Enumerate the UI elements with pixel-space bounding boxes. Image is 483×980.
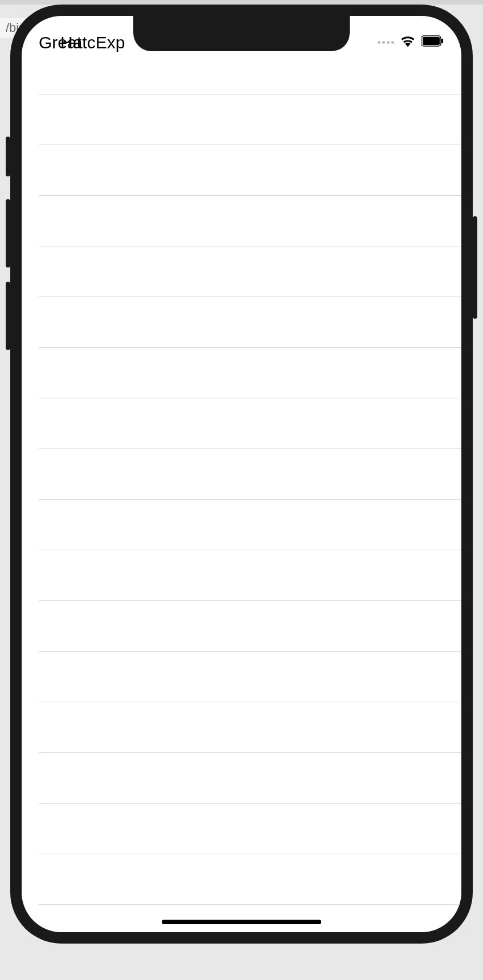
phone-volume-up (6, 199, 10, 267)
table-row[interactable] (39, 601, 461, 652)
table-row[interactable] (39, 297, 461, 348)
table-row[interactable] (39, 61, 461, 94)
status-bar-left: Great HatcExp (39, 31, 141, 53)
status-bar-right (378, 35, 444, 50)
table-row[interactable] (39, 449, 461, 500)
cellular-signal-icon (378, 41, 394, 44)
battery-icon (421, 35, 444, 49)
svg-rect-1 (423, 37, 440, 45)
phone-mute-switch (6, 137, 10, 176)
browser-toolbar-bg (0, 0, 483, 5)
status-text-overlap-2: HatcExp (60, 33, 125, 52)
table-row[interactable] (39, 500, 461, 550)
phone-volume-down (6, 282, 10, 350)
table-row[interactable] (39, 398, 461, 449)
table-row[interactable] (39, 652, 461, 702)
table-row[interactable] (39, 94, 461, 145)
table-view[interactable] (22, 61, 461, 932)
phone-power-button (473, 216, 477, 319)
home-indicator[interactable] (162, 920, 321, 924)
table-row[interactable] (39, 550, 461, 601)
svg-rect-2 (441, 39, 443, 43)
table-row[interactable] (39, 348, 461, 398)
table-row[interactable] (39, 145, 461, 196)
table-row[interactable] (39, 854, 461, 905)
table-row[interactable] (39, 246, 461, 297)
table-row[interactable] (39, 702, 461, 753)
wifi-icon (400, 35, 416, 50)
phone-frame: Great HatcExp (10, 5, 473, 944)
phone-notch (133, 16, 350, 51)
table-row[interactable] (39, 196, 461, 246)
phone-screen: Great HatcExp (22, 16, 461, 932)
table-row[interactable] (39, 804, 461, 854)
table-row[interactable] (39, 753, 461, 804)
